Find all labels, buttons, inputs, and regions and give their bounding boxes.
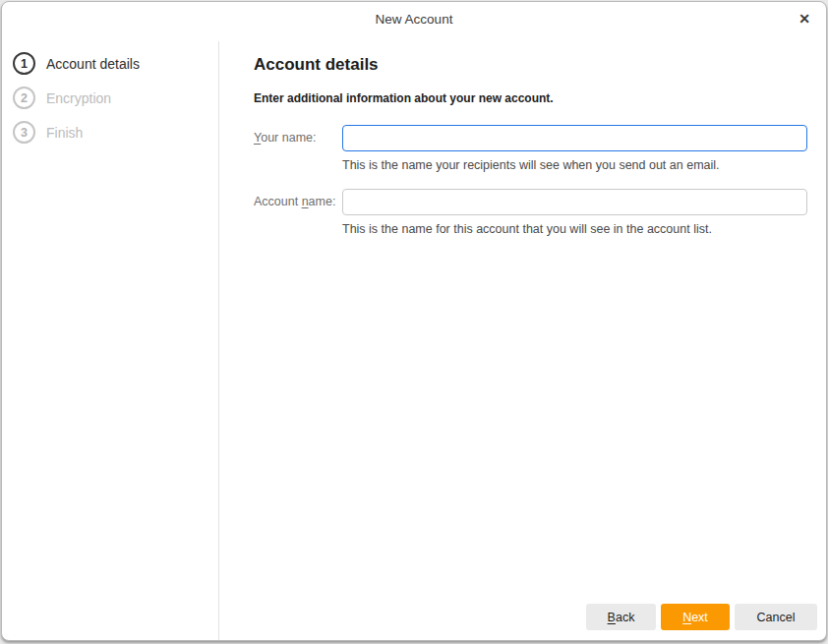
close-icon[interactable]: ✕ <box>794 8 815 29</box>
account-name-input[interactable] <box>342 189 807 215</box>
your-name-field-row: Your name: This is the name your recipie… <box>254 125 807 172</box>
your-name-helper-text: This is the name your recipients will se… <box>342 158 807 172</box>
new-account-dialog: New Account ✕ 1 Account details 2 Encryp… <box>1 1 827 641</box>
step-number-circle: 3 <box>13 121 35 144</box>
account-name-label: Account name: <box>254 189 342 208</box>
step-number-circle: 1 <box>13 52 35 75</box>
cancel-button[interactable]: Cancel <box>735 604 817 630</box>
page-subtitle: Enter additional information about your … <box>254 91 807 105</box>
page-title: Account details <box>254 55 807 75</box>
wizard-steps-sidebar: 1 Account details 2 Encryption 3 Finish <box>2 41 219 640</box>
back-button[interactable]: Back <box>586 604 656 630</box>
step-label: Account details <box>46 56 140 72</box>
step-item-account-details: 1 Account details <box>2 46 218 81</box>
step-label: Finish <box>46 125 83 141</box>
your-name-label: Your name: <box>254 125 342 145</box>
step-number-circle: 2 <box>13 87 35 109</box>
dialog-title: New Account <box>2 2 826 27</box>
step-item-encryption: 2 Encryption <box>2 81 218 115</box>
next-button[interactable]: Next <box>661 604 730 630</box>
account-name-helper-text: This is the name for this account that y… <box>342 222 807 236</box>
main-content: Account details Enter additional informa… <box>219 41 826 640</box>
account-name-field-row: Account name: This is the name for this … <box>254 189 807 236</box>
footer-button-bar: Back Next Cancel <box>254 604 817 640</box>
step-label: Encryption <box>46 90 111 106</box>
your-name-input[interactable] <box>342 125 807 151</box>
dialog-titlebar: New Account ✕ <box>2 2 826 41</box>
step-item-finish: 3 Finish <box>2 115 218 149</box>
